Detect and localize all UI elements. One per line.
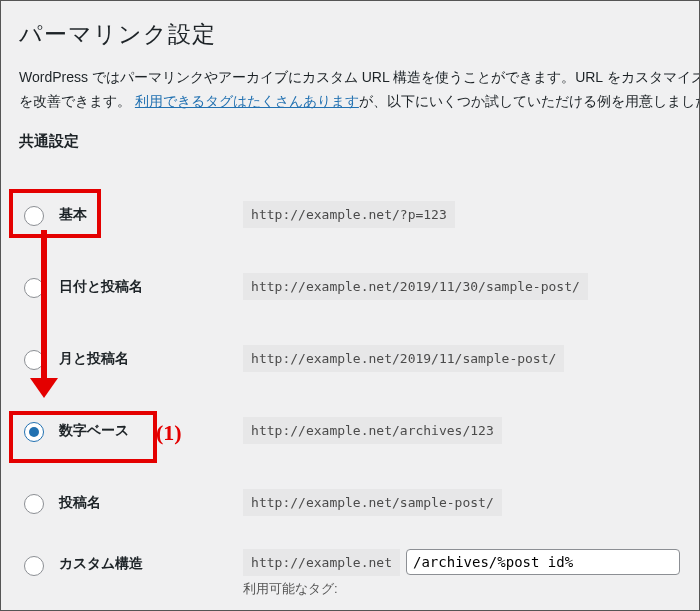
option-label: 数字ベース <box>59 422 129 440</box>
radio-numeric[interactable] <box>24 422 44 442</box>
option-label: 月と投稿名 <box>59 350 129 368</box>
option-monthname[interactable]: 月と投稿名 <box>19 347 232 370</box>
option-row-dayname: 日付と投稿名 http://example.net/2019/11/30/sam… <box>19 251 681 323</box>
radio-custom[interactable] <box>24 556 44 576</box>
option-postname[interactable]: 投稿名 <box>19 491 232 514</box>
option-label: カスタム構造 <box>59 555 143 573</box>
option-plain[interactable]: 基本 <box>19 203 232 226</box>
intro-paragraph: WordPress ではパーマリンクやアーカイブにカスタム URL 構造を使うこ… <box>19 66 681 114</box>
option-custom[interactable]: カスタム構造 <box>19 553 232 576</box>
intro-line1: WordPress ではパーマリンクやアーカイブにカスタム URL 構造を使うこ… <box>19 69 700 85</box>
option-row-custom: カスタム構造 http://example.net 利用可能なタグ: <box>19 539 681 611</box>
option-dayname[interactable]: 日付と投稿名 <box>19 275 232 298</box>
radio-monthname[interactable] <box>24 350 44 370</box>
example-monthname: http://example.net/2019/11/sample-post/ <box>243 345 564 372</box>
option-numeric[interactable]: 数字ベース <box>19 419 232 442</box>
page-title: パーマリンク設定 <box>19 19 681 50</box>
radio-plain[interactable] <box>24 206 44 226</box>
example-numeric: http://example.net/archives/123 <box>243 417 502 444</box>
radio-dayname[interactable] <box>24 278 44 298</box>
example-postname: http://example.net/sample-post/ <box>243 489 502 516</box>
option-label: 日付と投稿名 <box>59 278 143 296</box>
custom-base-url: http://example.net <box>243 549 400 576</box>
available-tags-link[interactable]: 利用できるタグはたくさんあります <box>135 93 359 109</box>
radio-postname[interactable] <box>24 494 44 514</box>
intro-after: が、以下にいくつか試していただける例を用意しました。 <box>359 93 700 109</box>
custom-structure-input[interactable] <box>406 549 680 575</box>
example-dayname: http://example.net/2019/11/30/sample-pos… <box>243 273 588 300</box>
common-settings-heading: 共通設定 <box>19 132 681 151</box>
available-tags-hint: 利用可能なタグ: <box>243 576 680 598</box>
option-label: 投稿名 <box>59 494 101 512</box>
intro-prefix: を改善できます。 <box>19 93 131 109</box>
option-row-plain: 基本 http://example.net/?p=123 <box>19 179 681 251</box>
example-plain: http://example.net/?p=123 <box>243 201 455 228</box>
option-row-postname: 投稿名 http://example.net/sample-post/ <box>19 467 681 539</box>
option-label: 基本 <box>59 206 87 224</box>
permalink-options-table: 基本 http://example.net/?p=123 日付と投稿名 http… <box>19 179 681 611</box>
option-row-numeric: 数字ベース http://example.net/archives/123 <box>19 395 681 467</box>
option-row-monthname: 月と投稿名 http://example.net/2019/11/sample-… <box>19 323 681 395</box>
